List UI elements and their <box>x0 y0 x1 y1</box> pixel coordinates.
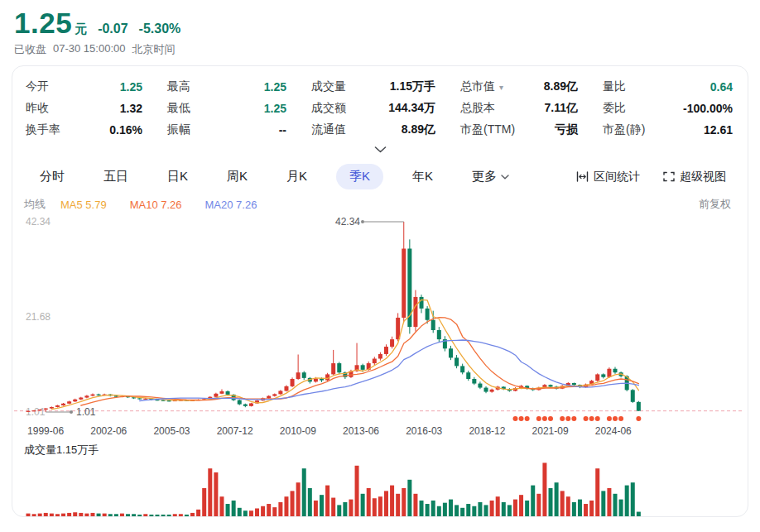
current-price: 1.25 <box>14 7 72 40</box>
stat-label: 市盈(静) <box>603 122 645 137</box>
ma-item-ma10: MA10 7.26 <box>130 199 182 211</box>
stat-label: 成交额 <box>311 101 346 116</box>
stat-float-cap: 流通值8.89亿 <box>311 119 460 141</box>
tab-label: 季K <box>349 169 370 185</box>
stat-turnover-rate: 换手率0.16% <box>26 119 167 141</box>
tab-label: 更多 <box>472 169 497 185</box>
tab-more[interactable]: 更多 <box>472 169 509 185</box>
svg-text:1.01: 1.01 <box>76 406 96 418</box>
super-view-icon <box>663 171 675 182</box>
svg-text:1.01: 1.01 <box>26 406 46 418</box>
svg-text:21.68: 21.68 <box>26 311 51 323</box>
volume-label-text: 成交量 <box>24 443 56 456</box>
stat-value: 8.89亿 <box>544 79 578 94</box>
range-stats-icon <box>576 171 589 182</box>
range-stats-button[interactable]: 区间统计 <box>576 170 640 185</box>
market-status: 已收盘 <box>14 42 46 57</box>
stat-bid-ratio: 委比-100.00% <box>603 98 734 119</box>
tab-quarterly[interactable]: 季K <box>336 164 383 189</box>
x-axis-tick: 2002-06 <box>77 425 140 439</box>
collapse-stats-button[interactable] <box>12 142 748 157</box>
x-axis-tick: 2024-06 <box>582 425 645 439</box>
chevron-down-icon <box>374 146 387 153</box>
stat-label: 振幅 <box>167 122 190 137</box>
stat-label: 成交量 <box>311 79 346 94</box>
x-axis-tick: 2010-09 <box>267 425 329 439</box>
adjust-mode-selector[interactable]: 前复权 <box>699 197 731 212</box>
tool-label: 区间统计 <box>594 170 640 185</box>
tab-yearly[interactable]: 年K <box>412 169 433 185</box>
stat-value: 144.34万 <box>388 101 435 116</box>
stat-label: 量比 <box>603 79 626 94</box>
ma-legend-items: MA5 5.79MA10 7.26MA20 7.26 <box>60 199 257 211</box>
stat-amplitude: 振幅-- <box>167 119 311 141</box>
stat-value: -- <box>279 123 286 137</box>
tab-label: 分时 <box>40 169 65 185</box>
stat-value: -100.00% <box>683 102 733 115</box>
stat-volume: 成交量1.15万手 <box>311 76 460 98</box>
stat-value: 0.64 <box>710 80 733 93</box>
tab-minute[interactable]: 分时 <box>40 169 65 185</box>
stat-label: 流通值 <box>311 122 346 137</box>
stat-value: 1.25 <box>120 80 142 93</box>
ma-legend: 均线 MA5 5.79MA10 7.26MA20 7.26 前复权 <box>12 189 748 210</box>
stats-grid: 今开1.25最高1.25成交量1.15万手总市值▾8.89亿量比0.64昨收1.… <box>12 74 748 141</box>
stat-label: 换手率 <box>26 122 60 137</box>
ma-item-ma5: MA5 5.79 <box>60 199 107 211</box>
price-change-percent: -5.30% <box>139 22 181 36</box>
tab-weekly[interactable]: 周K <box>227 169 248 185</box>
stat-label: 最高 <box>167 79 190 94</box>
tab-label: 日K <box>167 169 188 185</box>
x-axis-tick: 2013-06 <box>329 425 392 439</box>
volume-bar-chart[interactable] <box>14 457 746 517</box>
stat-value: 1.15万手 <box>390 79 435 94</box>
ma-item-ma20: MA20 7.26 <box>205 199 257 211</box>
quote-datetime: 07-30 15:00:00 <box>53 42 125 57</box>
super-view-button[interactable]: 超级视图 <box>663 170 726 185</box>
volume-label: 成交量1.15万手 <box>24 443 748 457</box>
tab-daily[interactable]: 日K <box>167 169 188 185</box>
stat-value: 7.11亿 <box>545 101 578 116</box>
svg-text:42.34: 42.34 <box>26 216 51 228</box>
stat-amount: 成交额144.34万 <box>311 98 460 119</box>
stat-market-cap: 总市值▾8.89亿 <box>460 76 603 98</box>
caret-down-icon[interactable]: ▾ <box>499 83 503 92</box>
tab-monthly[interactable]: 月K <box>286 169 307 185</box>
stat-value: 亏损 <box>555 122 578 137</box>
tab-label: 五日 <box>103 169 128 185</box>
price-change: -0.07 <box>98 22 127 36</box>
stat-label: 最低 <box>167 101 190 116</box>
stat-label: 委比 <box>603 101 626 116</box>
stat-value: 12.61 <box>704 123 733 137</box>
stat-label: 今开 <box>26 79 49 94</box>
x-axis-tick: 2021-09 <box>519 425 582 439</box>
stat-high: 最高1.25 <box>167 76 311 98</box>
stat-label: 市盈(TTM) <box>460 122 515 137</box>
tab-5day[interactable]: 五日 <box>103 169 128 185</box>
x-axis-tick: 2005-03 <box>140 425 203 439</box>
price-unit: 元 <box>75 22 87 37</box>
x-axis-tick: 2016-03 <box>392 425 455 439</box>
price-candlestick-chart[interactable]: 42.3421.681.0142.341.01 <box>14 210 746 425</box>
x-axis-tick: 2007-12 <box>204 425 267 439</box>
stat-pe-ttm: 市盈(TTM)亏损 <box>460 119 603 141</box>
stat-open: 今开1.25 <box>26 76 167 98</box>
tab-label: 周K <box>227 169 248 185</box>
tab-label: 年K <box>412 169 433 185</box>
stat-total-shares: 总股本7.11亿 <box>460 98 603 119</box>
x-axis-tick: 1999-06 <box>14 425 77 439</box>
quote-card: 今开1.25最高1.25成交量1.15万手总市值▾8.89亿量比0.64昨收1.… <box>12 65 748 517</box>
stat-value: 8.89亿 <box>402 122 435 137</box>
stat-value: 0.16% <box>109 123 142 137</box>
quote-header: 1.25 元 -0.07 -5.30% 已收盘 07-30 15:00:00 北… <box>0 0 760 57</box>
stat-value: 1.25 <box>264 102 286 115</box>
stat-pe-static: 市盈(静)12.61 <box>603 119 734 141</box>
svg-text:42.34: 42.34 <box>335 216 360 228</box>
stat-value: 1.32 <box>120 102 142 115</box>
chevron-down-icon <box>501 175 509 180</box>
ma-legend-prefix: 均线 <box>24 197 46 212</box>
volume-value: 1.15万手 <box>56 443 99 456</box>
tab-label: 月K <box>286 169 307 185</box>
stat-label: 昨收 <box>26 101 49 116</box>
x-axis-tick: 2018-12 <box>455 425 518 439</box>
